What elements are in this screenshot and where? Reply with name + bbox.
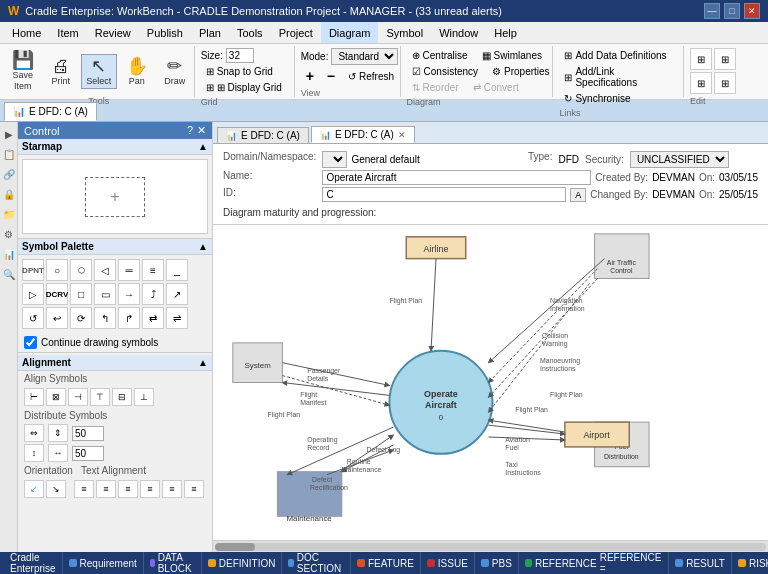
menu-help[interactable]: Help (486, 22, 525, 43)
palette-item-20[interactable]: ⇄ (142, 307, 164, 329)
menu-item[interactable]: Item (49, 22, 86, 43)
menu-project[interactable]: Project (271, 22, 321, 43)
menu-tools[interactable]: Tools (229, 22, 271, 43)
palette-item-10[interactable]: □ (70, 283, 92, 305)
tab-close-button[interactable]: ✕ (398, 130, 406, 140)
status-tab-reference[interactable]: REFERENCE REFERENCE = (519, 552, 669, 574)
status-tab-doc-section[interactable]: DOC SECTION (282, 552, 350, 574)
palette-item-11[interactable]: ▭ (94, 283, 116, 305)
close-icon[interactable]: ✕ (197, 124, 206, 137)
menu-review[interactable]: Review (87, 22, 139, 43)
palette-item-17[interactable]: ⟳ (70, 307, 92, 329)
maximize-button[interactable]: □ (724, 3, 740, 19)
status-tab-feature[interactable]: FEATURE (351, 552, 421, 574)
strip-icon-8[interactable]: 🔍 (1, 266, 17, 282)
zoom-in-button[interactable]: + (301, 66, 319, 86)
palette-item-3[interactable]: ⬡ (70, 259, 92, 281)
text-align-btn-2[interactable]: ≡ (96, 480, 116, 498)
status-tab-pbs[interactable]: PBS (475, 552, 519, 574)
consistency-button[interactable]: ☑ Consistency (407, 64, 483, 79)
close-button[interactable]: ✕ (744, 3, 760, 19)
add-data-definitions-button[interactable]: ⊞ Add Data Definitions (559, 48, 671, 63)
orient-btn-1[interactable]: ↙ (24, 480, 44, 498)
mode-select[interactable]: Standard (331, 48, 398, 65)
palette-item-21[interactable]: ⇌ (166, 307, 188, 329)
align-center-v-button[interactable]: ⊟ (112, 388, 132, 406)
align-center-h-button[interactable]: ⊠ (46, 388, 66, 406)
domain-select[interactable]: E (322, 151, 347, 168)
text-align-btn-1[interactable]: ≡ (74, 480, 94, 498)
swimlanes-button[interactable]: ▦ Swimlanes (477, 48, 547, 63)
strip-icon-4[interactable]: 🔒 (1, 186, 17, 202)
palette-item-2[interactable]: ○ (46, 259, 68, 281)
strip-icon-1[interactable]: ▶ (1, 126, 17, 142)
id-a-button[interactable]: A (570, 188, 586, 202)
cradle-enterprise-label[interactable]: Cradle Enterprise (4, 552, 63, 574)
status-tab-requirement[interactable]: Requirement (63, 552, 144, 574)
palette-item-8[interactable]: ▷ (22, 283, 44, 305)
palette-item-4[interactable]: ◁ (94, 259, 116, 281)
text-align-btn-4[interactable]: ≡ (140, 480, 160, 498)
dist-h-button[interactable]: ⇔ (24, 424, 44, 442)
palette-item-14[interactable]: ↗ (166, 283, 188, 305)
continue-drawing-checkbox[interactable] (24, 336, 37, 349)
palette-item-18[interactable]: ↰ (94, 307, 116, 329)
name-input[interactable] (322, 170, 591, 185)
display-grid-button[interactable]: ⊞ ⊞ Display Grid (201, 80, 287, 95)
menu-diagram[interactable]: Diagram (321, 22, 379, 43)
text-align-btn-3[interactable]: ≡ (118, 480, 138, 498)
edit-btn-2[interactable]: ⊞ (714, 48, 736, 70)
edit-btn-4[interactable]: ⊞ (714, 72, 736, 94)
strip-icon-6[interactable]: ⚙ (1, 226, 17, 242)
dist-h-input[interactable] (72, 426, 104, 441)
palette-item-19[interactable]: ↱ (118, 307, 140, 329)
reorder-button[interactable]: ⇅ Reorder (407, 80, 464, 95)
pan-button[interactable]: ✋ Pan (119, 54, 155, 89)
print-button[interactable]: 🖨 Print (43, 54, 79, 89)
status-tab-data-block[interactable]: DATA BLOCK (144, 552, 202, 574)
minimize-button[interactable]: — (704, 3, 720, 19)
dist-v-input[interactable] (72, 446, 104, 461)
strip-icon-2[interactable]: 📋 (1, 146, 17, 162)
status-tab-issue[interactable]: ISSUE (421, 552, 475, 574)
menu-plan[interactable]: Plan (191, 22, 229, 43)
dist-btn-4[interactable]: ↔ (48, 444, 68, 462)
status-tab-result[interactable]: RESULT (669, 552, 732, 574)
edit-btn-3[interactable]: ⊞ (690, 72, 712, 94)
palette-item-15[interactable]: ↺ (22, 307, 44, 329)
palette-item-6[interactable]: ≡ (142, 259, 164, 281)
menu-home[interactable]: Home (4, 22, 49, 43)
palette-item-13[interactable]: ⤴ (142, 283, 164, 305)
convert-button[interactable]: ⇄ Convert (468, 80, 524, 95)
palette-item-1[interactable]: DPNT (22, 259, 44, 281)
grid-size-input[interactable] (226, 48, 254, 63)
help-icon[interactable]: ? (187, 124, 193, 137)
diagram-canvas[interactable]: Airline Air Traffic Control System Fuel … (213, 225, 768, 540)
tab-dfd-e[interactable]: 📊 E DFD: C (A) ✕ (311, 126, 415, 143)
orient-btn-2[interactable]: ↘ (46, 480, 66, 498)
palette-item-12[interactable]: → (118, 283, 140, 305)
snap-to-grid-button[interactable]: ⊞ Snap to Grid (201, 64, 278, 79)
align-right-button[interactable]: ⊣ (68, 388, 88, 406)
menu-symbol[interactable]: Symbol (378, 22, 431, 43)
strip-icon-5[interactable]: 📁 (1, 206, 17, 222)
text-align-btn-6[interactable]: ≡ (184, 480, 204, 498)
alignment-collapse-icon[interactable]: ▲ (198, 357, 208, 368)
status-tab-risk[interactable]: RISK (732, 552, 768, 574)
starmap-collapse-icon[interactable]: ▲ (198, 141, 208, 152)
menu-publish[interactable]: Publish (139, 22, 191, 43)
id-input[interactable] (322, 187, 566, 202)
palette-collapse-icon[interactable]: ▲ (198, 241, 208, 252)
security-select[interactable]: UNCLASSIFIED (630, 151, 729, 168)
palette-item-7[interactable]: ⎯ (166, 259, 188, 281)
menu-window[interactable]: Window (431, 22, 486, 43)
strip-icon-3[interactable]: 🔗 (1, 166, 17, 182)
zoom-out-button[interactable]: − (322, 66, 340, 86)
align-left-button[interactable]: ⊢ (24, 388, 44, 406)
palette-item-5[interactable]: ═ (118, 259, 140, 281)
tab-dfd-c[interactable]: 📊 E DFD: C (A) (217, 127, 309, 143)
synchronise-button[interactable]: ↻ Synchronise (559, 91, 635, 106)
strip-icon-7[interactable]: 📊 (1, 246, 17, 262)
properties-button[interactable]: ⚙ Properties (487, 64, 555, 79)
save-item-button[interactable]: 💾 Save Item (5, 48, 41, 94)
